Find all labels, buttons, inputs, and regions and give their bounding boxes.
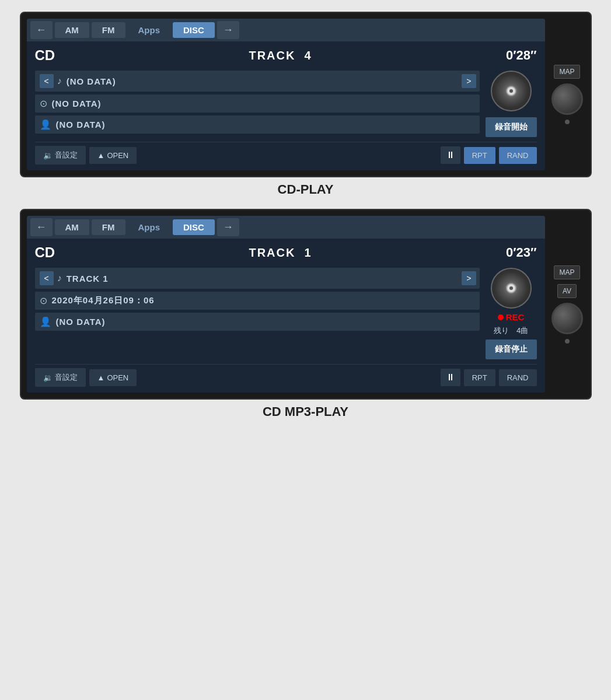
lock-indicator-1 [565,120,570,124]
speaker-icon-2: 🔉 [43,373,53,382]
controls-row-2: 🔉 音設定 ▲ OPEN ⏸ RPT RAND [35,364,537,387]
disc-dot-2 [509,286,513,290]
rec-text-2: REC [506,312,525,322]
music-icon-1: ♪ [57,76,62,86]
rpt-btn-2[interactable]: RPT [464,369,495,386]
screen-2: ← AM FM Apps DISC → CD TRACK 1 0′23″ [27,216,545,393]
track-name-2: TRACK 1 [67,274,109,284]
unit-label-1: CD-PLAY [278,182,334,197]
record-btn-1[interactable]: 録音開始 [486,117,537,137]
sound-btn-2[interactable]: 🔉 音設定 [35,368,86,387]
top-row-1: CD TRACK 4 0′28″ [35,47,537,64]
screen-content-1: CD TRACK 4 0′28″ < ♪ (NO DATA) > [27,41,545,170]
artist-icon-1: 👤 [40,119,51,130]
tab-back-1[interactable]: ← [30,21,53,39]
next-btn-1[interactable]: > [462,74,476,88]
speaker-icon-1: 🔉 [43,151,53,160]
top-row-2: CD TRACK 1 0′23″ [35,244,537,261]
sound-btn-1[interactable]: 🔉 音設定 [35,146,86,164]
disc-icon-2: ⊙ [40,295,47,306]
rpt-btn-1[interactable]: RPT [464,147,495,164]
info-row-1-track: < ♪ (NO DATA) > [35,71,480,92]
pause-btn-1[interactable]: ⏸ [441,146,460,164]
pause-btn-2[interactable]: ⏸ [441,369,460,386]
info-row-1-album: ⊙ (NO DATA) [35,94,480,113]
controls-row-1: 🔉 音設定 ▲ OPEN ⏸ RPT RAND [35,142,537,164]
disc-center-2 [506,283,516,293]
eject-icon-2: ▲ [97,373,105,382]
cd-label-2: CD [35,244,55,261]
map-btn-1[interactable]: MAP [554,65,579,79]
time-display-2: 0′23″ [506,245,537,260]
record-btn-2[interactable]: 録音停止 [486,340,537,359]
info-rows-2: < ♪ TRACK 1 > ⊙ 2020年04月26日09：06 👤 [35,268,480,359]
tab-fm-2[interactable]: FM [92,219,125,235]
tab-forward-1[interactable]: → [217,21,239,39]
eject-icon-1: ▲ [97,151,105,160]
info-row-2-artist: 👤 (NO DATA) [35,313,480,331]
screen-1: ← AM FM Apps DISC → CD TRACK 4 0′28″ [27,19,545,170]
map-btn-2[interactable]: MAP [554,265,579,279]
tab-bar-2: ← AM FM Apps DISC → [27,216,545,239]
time-display-1: 0′28″ [506,48,537,63]
track-name-1: (NO DATA) [67,76,116,86]
rec-indicator-2: REC [498,312,525,322]
tab-disc-1[interactable]: DISC [173,22,215,38]
open-btn-1[interactable]: ▲ OPEN [89,147,137,164]
stereo-unit-1: ← AM FM Apps DISC → CD TRACK 4 0′28″ [20,12,592,177]
volume-knob-2[interactable] [551,303,583,334]
artist-icon-2: 👤 [40,316,51,327]
rand-btn-2[interactable]: RAND [499,369,537,386]
tab-am-2[interactable]: AM [55,219,89,235]
info-section-2: < ♪ TRACK 1 > ⊙ 2020年04月26日09：06 👤 [35,268,537,359]
info-section-1: < ♪ (NO DATA) > ⊙ (NO DATA) 👤 [35,71,537,137]
track-info-2: TRACK 1 [249,246,312,260]
unit-label-2: CD MP3-PLAY [263,404,348,419]
tab-back-2[interactable]: ← [30,218,53,236]
tab-apps-1[interactable]: Apps [128,22,171,38]
tab-bar-1: ← AM FM Apps DISC → [27,19,545,41]
prev-btn-2[interactable]: < [40,271,54,285]
disc-graphic-2 [491,268,532,309]
lock-indicator-2 [565,339,570,344]
album-name-1: (NO DATA) [52,99,102,108]
info-rows-1: < ♪ (NO DATA) > ⊙ (NO DATA) 👤 [35,71,480,137]
disc-icon-1: ⊙ [40,98,47,109]
date-text-2: 2020年04月26日09：06 [52,295,155,306]
info-row-2-date: ⊙ 2020年04月26日09：06 [35,292,480,310]
rand-btn-1[interactable]: RAND [499,147,537,164]
disc-center-1 [506,86,516,96]
tab-apps-2[interactable]: Apps [128,219,171,235]
tab-fm-1[interactable]: FM [92,22,125,38]
disc-dot-1 [509,89,513,93]
cd-label-1: CD [35,47,55,64]
stereo-unit-2: ← AM FM Apps DISC → CD TRACK 1 0′23″ [20,209,592,400]
open-btn-2[interactable]: ▲ OPEN [89,369,137,386]
av-btn-2[interactable]: AV [557,284,577,298]
rec-dot-2 [498,314,504,320]
next-btn-2[interactable]: > [462,271,476,285]
info-row-2-track: < ♪ TRACK 1 > [35,268,480,289]
right-controls-1: MAP [550,65,585,124]
info-row-1-artist: 👤 (NO DATA) [35,116,480,134]
tab-am-1[interactable]: AM [55,22,89,38]
remaining-text-2: 残り 4曲 [494,326,528,336]
artist-name-2: (NO DATA) [56,317,106,327]
artist-name-1: (NO DATA) [56,120,106,130]
track-info-1: TRACK 4 [249,49,312,62]
prev-btn-1[interactable]: < [40,74,54,88]
music-icon-2: ♪ [57,273,62,284]
volume-knob-1[interactable] [551,83,583,115]
screen-content-2: CD TRACK 1 0′23″ < ♪ TRACK 1 > [27,239,545,393]
disc-graphic-1 [491,71,532,111]
tab-forward-2[interactable]: → [217,218,239,236]
right-controls-2: MAP AV [550,265,585,344]
tab-disc-2[interactable]: DISC [173,219,215,235]
